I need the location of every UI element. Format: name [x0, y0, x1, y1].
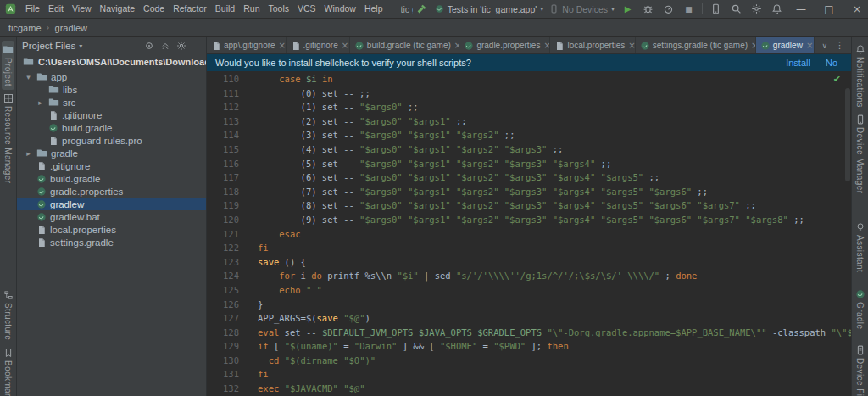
minimize-button[interactable]: — — [790, 0, 812, 19]
locate-file-icon[interactable] — [144, 41, 154, 51]
tree-item-gradlew-bat[interactable]: gradlew.bat — [17, 210, 206, 223]
menu-refactor[interactable]: Refactor — [169, 0, 211, 18]
tool-stripe-assistant[interactable]: Assistant — [854, 219, 866, 276]
code-line[interactable]: 130 cd "$(dirname "$0")" — [207, 354, 851, 368]
device-manager-icon[interactable] — [709, 2, 723, 16]
tree-item-settings-gradle[interactable]: settings.gradle — [17, 236, 206, 248]
tool-stripe-device-file[interactable]: Device File — [854, 342, 866, 396]
run-configuration-select[interactable]: Tests in 'tic_game.app' ▾ — [435, 4, 544, 14]
code-line[interactable]: 112 (1) set -- "$args0" ;; — [207, 100, 851, 114]
tab-local-properties[interactable]: local.properties× — [550, 37, 635, 53]
code-line[interactable]: 128eval set -- $DEFAULT_JVM_OPTS $JAVA_O… — [207, 326, 851, 340]
close-tab-icon[interactable]: × — [806, 41, 813, 50]
settings-gear-icon[interactable] — [749, 2, 764, 16]
project-view-selector[interactable]: Project Files — [22, 41, 75, 51]
hide-panel-icon[interactable]: — — [192, 42, 201, 51]
menu-edit[interactable]: Edit — [44, 0, 68, 18]
code-line[interactable]: 127APP_ARGS=$(save "$@") — [207, 311, 851, 326]
tool-stripe-gradle[interactable]: Gradle — [854, 286, 866, 332]
close-tab-icon[interactable]: × — [543, 41, 550, 50]
code-line[interactable]: 123save () { — [207, 255, 851, 270]
tree-item-build-gradle[interactable]: build.gradle — [17, 172, 206, 185]
tree-item-libs[interactable]: libs — [17, 83, 206, 96]
tool-stripe-device-manager[interactable]: Device Manager — [854, 111, 866, 197]
tree-item-app[interactable]: ▾app — [17, 70, 206, 83]
tree-item-gradle[interactable]: ▸gradle — [17, 147, 206, 159]
chevron-down-icon[interactable]: ▾ — [24, 73, 33, 81]
no-link[interactable]: No — [826, 58, 837, 68]
breadcrumb-file[interactable]: gradlew — [55, 23, 88, 33]
notifications-bell-icon[interactable] — [770, 2, 784, 16]
tree-item-proguard-rules-pro[interactable]: proguard-rules.pro — [17, 134, 206, 147]
editor-scrollbar[interactable] — [845, 88, 850, 181]
code-line[interactable]: 119 (8) set -- "$args0" "$args1" "$args2… — [207, 198, 851, 213]
menu-window[interactable]: Window — [320, 0, 360, 18]
debug-icon[interactable] — [641, 2, 655, 16]
chevron-right-icon[interactable]: ▸ — [36, 98, 45, 107]
tab-gradlew[interactable]: gradlew× — [756, 37, 815, 53]
tool-stripe-resource-manager[interactable]: Resource Manager — [3, 90, 14, 187]
more-options-icon[interactable]: ⋮ — [835, 40, 844, 51]
panel-settings-gear-icon[interactable] — [176, 41, 186, 51]
maximize-button[interactable]: □ — [818, 0, 840, 19]
menu-tools[interactable]: Tools — [264, 0, 293, 18]
tool-stripe-notifications[interactable]: Notifications — [854, 41, 866, 111]
code-line[interactable]: 110 case $i in — [207, 72, 851, 86]
tree-item-gitignore[interactable]: .gitignore — [17, 109, 206, 121]
tab-gradle-properties[interactable]: gradle.properties× — [459, 37, 550, 53]
menu-view[interactable]: View — [68, 0, 96, 18]
project-root-row[interactable]: C:\Users\OMSAI\Documents\Downloads\ticga… — [17, 54, 206, 69]
inspection-ok-icon[interactable]: ✔ — [833, 74, 841, 85]
tab-overflow-icon[interactable]: ∨ — [821, 42, 827, 50]
code-editor[interactable]: ✔ 110 case $i in111 (0) set -- ;;112 (1)… — [207, 71, 851, 396]
stop-button[interactable]: ■ — [682, 2, 696, 16]
profiler-icon[interactable] — [661, 2, 676, 16]
tree-item-gitignore[interactable]: .gitignore — [17, 159, 206, 172]
tree-item-src[interactable]: ▸src — [17, 96, 206, 109]
menu-vcs[interactable]: VCS — [293, 0, 320, 18]
run-button[interactable]: ▶ — [620, 2, 635, 16]
menu-run[interactable]: Run — [239, 0, 264, 18]
install-link[interactable]: Install — [786, 58, 810, 68]
build-hammer-icon[interactable] — [415, 2, 429, 16]
code-line[interactable]: 116 (5) set -- "$args0" "$args1" "$args2… — [207, 157, 851, 171]
code-line[interactable]: 122fi — [207, 241, 851, 255]
tree-item-gradle-properties[interactable]: gradle.properties — [17, 185, 206, 198]
code-line[interactable]: 132exec "$JAVACMD" "$@" — [207, 382, 851, 396]
code-line[interactable]: 124 for i do printf %s\\n "$i" | sed "s/… — [207, 269, 851, 283]
code-line[interactable]: 126} — [207, 298, 851, 312]
code-line[interactable]: 117 (6) set -- "$args0" "$args1" "$args2… — [207, 170, 851, 185]
breadcrumb-project[interactable]: ticgame — [8, 23, 42, 33]
tool-stripe-project[interactable]: Project — [2, 41, 14, 90]
search-icon[interactable] — [729, 2, 743, 16]
menu-code[interactable]: Code — [139, 0, 169, 18]
code-line[interactable]: 129if [ "$(uname)" = "Darwin" ] && [ "$H… — [207, 339, 851, 354]
code-line[interactable]: 118 (7) set -- "$args0" "$args1" "$args2… — [207, 185, 851, 199]
tab-gitignore[interactable]: .gitignore× — [287, 37, 350, 53]
tab-settings-gradle-tic-game[interactable]: settings.gradle (tic game)× — [636, 37, 756, 53]
menu-navigate[interactable]: Navigate — [96, 0, 139, 18]
collapse-all-icon[interactable] — [160, 41, 170, 51]
tab-build-gradle-tic-game[interactable]: build.gradle (tic game)× — [350, 37, 460, 53]
menu-file[interactable]: File — [21, 0, 44, 18]
code-line[interactable]: 113 (2) set -- "$args0" "$args1" ;; — [207, 114, 851, 129]
close-tab-icon[interactable]: × — [628, 41, 635, 50]
code-line[interactable]: 120 (9) set -- "$args0" "$args1" "$args2… — [207, 213, 851, 227]
close-tab-icon[interactable]: × — [342, 41, 348, 50]
tree-item-gradlew[interactable]: gradlew — [17, 198, 206, 210]
chevron-right-icon[interactable]: ▸ — [24, 149, 33, 158]
tree-item-local-properties[interactable]: local.properties — [17, 223, 206, 236]
device-select[interactable]: No Devices ▾ — [549, 4, 615, 14]
menu-help[interactable]: Help — [360, 0, 387, 18]
code-line[interactable]: 121 esac — [207, 227, 851, 242]
code-line[interactable]: 114 (3) set -- "$args0" "$args1" "$args2… — [207, 128, 851, 142]
tool-stripe-structure[interactable]: Structure — [3, 287, 14, 343]
code-line[interactable]: 125 echo " " — [207, 283, 851, 298]
menu-build[interactable]: Build — [211, 0, 239, 18]
close-tab-icon[interactable]: × — [454, 41, 460, 50]
close-button[interactable]: × — [846, 0, 868, 19]
code-line[interactable]: 111 (0) set -- ;; — [207, 86, 851, 101]
tool-stripe-bookmarks[interactable]: Bookmarks — [3, 344, 14, 396]
tree-item-build-gradle[interactable]: build.gradle — [17, 121, 206, 134]
code-line[interactable]: 131fi — [207, 367, 851, 382]
